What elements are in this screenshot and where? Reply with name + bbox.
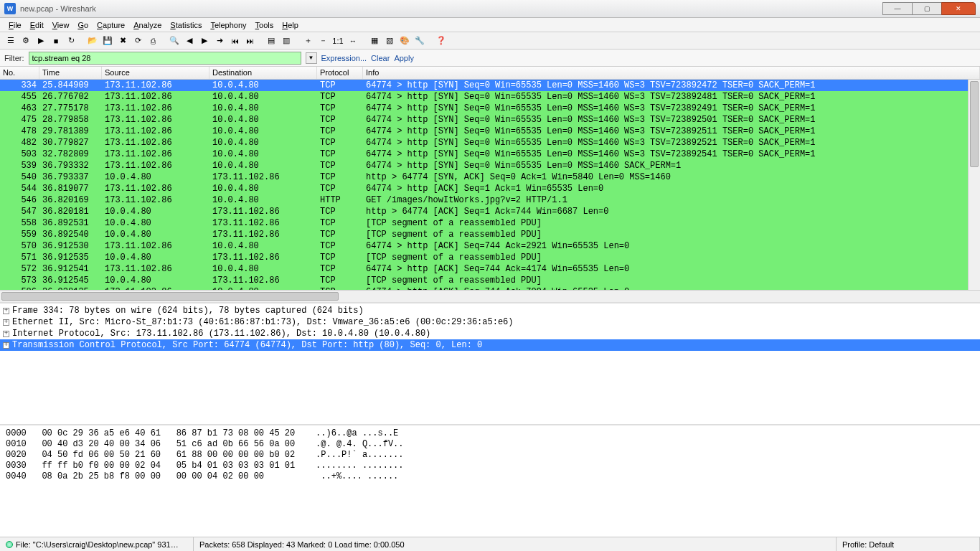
packet-row[interactable]: 54036.79333710.0.4.80173.11.102.86TCPhtt… (0, 171, 980, 183)
menu-capture[interactable]: Capture (93, 19, 129, 31)
interfaces-icon[interactable]: ☰ (4, 34, 17, 47)
display-filters-icon[interactable]: ▧ (383, 34, 396, 47)
help-icon[interactable]: ❓ (435, 34, 448, 47)
menu-view[interactable]: View (48, 19, 74, 31)
packet-row[interactable]: 45526.776702173.11.102.8610.0.4.80TCP647… (0, 91, 980, 103)
maximize-button[interactable]: ▢ (912, 2, 942, 15)
close-button[interactable]: ✕ (941, 2, 976, 15)
packet-row[interactable]: 47528.779858173.11.102.8610.0.4.80TCP647… (0, 114, 980, 126)
prefs-icon[interactable]: 🔧 (413, 34, 426, 47)
col-header-info[interactable]: Info (363, 67, 980, 79)
toolbar-separator (362, 34, 366, 47)
toolbar-separator (428, 34, 433, 47)
menu-go[interactable]: Go (73, 19, 93, 31)
packet-row[interactable]: 47829.781389173.11.102.8610.0.4.80TCP647… (0, 126, 980, 137)
packet-row[interactable]: 54736.82018110.0.4.80173.11.102.86TCPhtt… (0, 206, 980, 217)
menu-statistics[interactable]: Statistics (166, 19, 206, 31)
col-header-no[interactable]: No. (0, 67, 39, 79)
expand-icon[interactable]: + (3, 331, 9, 337)
packet-row[interactable]: 54636.820169173.11.102.8610.0.4.80HTTPGE… (0, 194, 980, 206)
menu-tools[interactable]: Tools (251, 19, 278, 31)
packet-row[interactable]: 33425.844909173.11.102.8610.0.4.80TCP647… (0, 80, 980, 91)
menu-file[interactable]: File (4, 19, 26, 31)
col-header-destination[interactable]: Destination (209, 67, 317, 79)
expression-button[interactable]: Expression... (321, 54, 367, 62)
menu-edit[interactable]: Edit (26, 19, 48, 31)
print-icon[interactable]: ⎙ (146, 34, 159, 47)
packet-row[interactable]: 54436.819077173.11.102.8610.0.4.80TCP647… (0, 183, 980, 194)
detail-tree-item[interactable]: +Internet Protocol, Src: 173.11.102.86 (… (0, 328, 980, 339)
window-titlebar: W new.pcap - Wireshark — ▢ ✕ (0, 0, 980, 18)
go-last-icon[interactable]: ⏭ (243, 34, 256, 47)
status-bar: File: "C:\Users\craig\Desktop\new.pcap" … (0, 537, 980, 551)
zoom-out-icon[interactable]: － (316, 34, 329, 47)
clear-button[interactable]: Clear (371, 54, 390, 62)
packet-bytes-pane[interactable]: 0000 00 0c 29 36 a5 e6 40 61 86 87 b1 73… (0, 425, 980, 533)
find-icon[interactable]: 🔍 (168, 34, 181, 47)
zoom-reset-icon[interactable]: 1:1 (331, 34, 344, 47)
resize-cols-icon[interactable]: ↔ (347, 34, 359, 47)
go-first-icon[interactable]: ⏮ (228, 34, 241, 47)
packet-row[interactable]: 57036.912530173.11.102.8610.0.4.80TCP647… (0, 240, 980, 252)
expand-icon[interactable]: + (3, 319, 9, 326)
packet-row[interactable]: 57236.912541173.11.102.8610.0.4.80TCP647… (0, 263, 980, 275)
expand-icon[interactable]: + (3, 308, 9, 314)
wireshark-icon: W (4, 3, 16, 14)
vertical-scrollbar[interactable] (968, 80, 980, 290)
toolbar-separator (161, 34, 166, 47)
packet-row[interactable]: 48230.779827173.11.102.8610.0.4.80TCP647… (0, 137, 980, 149)
filter-bar: Filter: ▼ Expression... Clear Apply (0, 50, 980, 67)
stop-capture-icon[interactable]: ■ (50, 34, 62, 47)
save-icon[interactable]: 💾 (101, 34, 114, 47)
packet-list-pane: No. Time Source Destination Protocol Inf… (0, 67, 980, 303)
col-header-protocol[interactable]: Protocol (317, 67, 363, 79)
packet-row[interactable]: 46327.775178173.11.102.8610.0.4.80TCP647… (0, 103, 980, 114)
packet-row[interactable]: 55936.89254010.0.4.80173.11.102.86TCP[TC… (0, 229, 980, 240)
packet-row[interactable]: 50332.782809173.11.102.8610.0.4.80TCP647… (0, 149, 980, 160)
back-icon[interactable]: ◀ (183, 34, 196, 47)
filter-dropdown-icon[interactable]: ▼ (306, 52, 317, 64)
packet-list-header[interactable]: No. Time Source Destination Protocol Inf… (0, 67, 980, 80)
toolbar-separator (295, 34, 299, 47)
colorize-icon[interactable]: ▤ (265, 34, 278, 47)
col-header-source[interactable]: Source (102, 67, 209, 79)
menu-help[interactable]: Help (278, 19, 303, 31)
status-profile[interactable]: Profile: Default (837, 537, 980, 551)
detail-tree-item[interactable]: +Ethernet II, Src: Micro-St_87:b1:73 (40… (0, 316, 980, 328)
reload-icon[interactable]: ⟳ (131, 34, 144, 47)
packet-details-pane[interactable]: +Frame 334: 78 bytes on wire (624 bits),… (0, 303, 980, 425)
status-file[interactable]: File: "C:\Users\craig\Desktop\new.pcap" … (0, 537, 194, 551)
restart-capture-icon[interactable]: ↻ (65, 34, 77, 47)
open-icon[interactable]: 📂 (86, 34, 99, 47)
window-title: new.pcap - Wireshark (20, 4, 96, 13)
expand-icon[interactable]: + (3, 342, 9, 349)
horizontal-scrollbar[interactable] (0, 290, 980, 302)
detail-tree-item[interactable]: +Transmission Control Protocol, Src Port… (0, 339, 980, 351)
forward-icon[interactable]: ▶ (198, 34, 211, 47)
expert-info-icon[interactable] (6, 541, 13, 548)
col-header-time[interactable]: Time (39, 67, 102, 79)
packet-row[interactable]: 57136.91253510.0.4.80173.11.102.86TCP[TC… (0, 252, 980, 263)
apply-button[interactable]: Apply (394, 54, 414, 62)
menu-analyze[interactable]: Analyze (129, 19, 166, 31)
menu-bar: FileEditViewGoCaptureAnalyzeStatisticsTe… (0, 18, 980, 32)
capture-options-icon[interactable]: ⚙ (19, 34, 32, 47)
coloring-rules-icon[interactable]: 🎨 (398, 34, 411, 47)
start-capture-icon[interactable]: ▶ (34, 34, 47, 47)
packet-row[interactable]: 55836.89253110.0.4.80173.11.102.86TCP[TC… (0, 217, 980, 229)
toolbar-separator (80, 34, 84, 47)
minimize-button[interactable]: — (882, 2, 913, 15)
status-packets: Packets: 658 Displayed: 43 Marked: 0 Loa… (194, 537, 837, 551)
packet-row[interactable]: 53936.793332173.11.102.8610.0.4.80TCP647… (0, 160, 980, 171)
filter-label: Filter: (4, 54, 24, 62)
goto-icon[interactable]: ➜ (213, 34, 226, 47)
packet-row[interactable]: 57336.91254510.0.4.80173.11.102.86TCP[TC… (0, 275, 980, 286)
auto-scroll-icon[interactable]: ▥ (280, 34, 293, 47)
capture-filters-icon[interactable]: ▦ (368, 34, 381, 47)
menu-telephony[interactable]: Telephony (206, 19, 250, 31)
zoom-in-icon[interactable]: ＋ (301, 34, 314, 47)
detail-tree-item[interactable]: +Frame 334: 78 bytes on wire (624 bits),… (0, 305, 980, 316)
close-icon[interactable]: ✖ (116, 34, 129, 47)
filter-input[interactable] (29, 52, 301, 65)
toolbar-separator (258, 34, 263, 47)
